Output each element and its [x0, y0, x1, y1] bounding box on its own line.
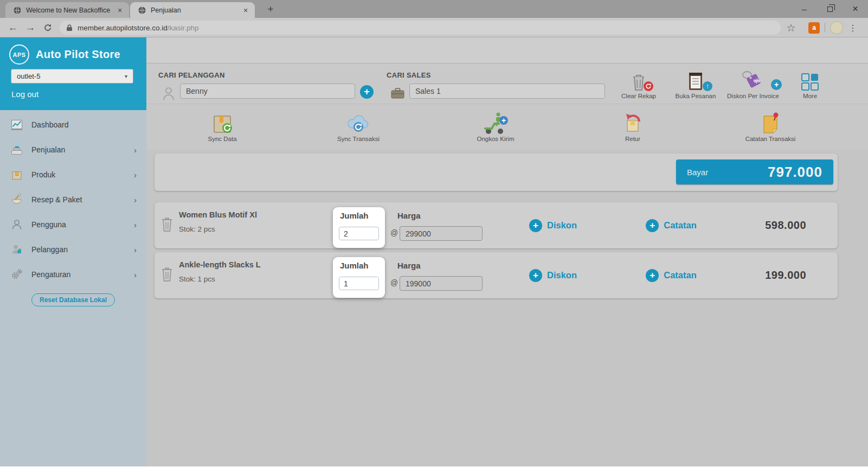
delete-item-button[interactable]	[161, 216, 173, 235]
extension-icon[interactable]: a	[808, 22, 820, 34]
profile-avatar[interactable]	[830, 21, 843, 34]
buka-pesanan-button[interactable]: ↑ Buka Pesanan	[666, 68, 725, 99]
harga-label: Harga	[397, 211, 421, 220]
window-close-button[interactable]: ×	[843, 0, 868, 18]
address-bar[interactable]: member.autopilotstore.co.id/kasir.php	[60, 21, 781, 35]
sidebar-item-pelanggan[interactable]: Pelanggan ›	[0, 237, 146, 262]
cari-sales-input[interactable]	[409, 84, 605, 99]
bayar-label: Bayar	[687, 168, 708, 177]
chevron-right-icon: ›	[134, 195, 137, 204]
harga-input[interactable]	[400, 226, 483, 241]
ongkos-kirim-button[interactable]: + Ongkos Kirim	[452, 110, 539, 142]
sidebar: APS Auto Pilot Store outlet-5 ▾ Log out …	[0, 37, 146, 466]
diskon-label: Diskon	[547, 220, 577, 231]
outlet-select-value: outlet-5	[17, 72, 40, 80]
jumlah-label: Jumlah	[340, 261, 369, 270]
browser-tab-penjualan[interactable]: Penjualan ×	[130, 2, 255, 18]
browser-menu-kebab-icon[interactable]: ⋮	[845, 20, 860, 35]
catatan-transaksi-button[interactable]: Catatan Transaksi	[727, 110, 814, 142]
sync-label: Sync Transaksi	[315, 136, 402, 142]
window-minimize-button[interactable]: –	[792, 0, 817, 18]
sidebar-item-resep-paket[interactable]: Resep & Paket ›	[0, 187, 146, 212]
diskon-button[interactable]: + Diskon	[512, 202, 594, 248]
line-subtotal: 598.000	[765, 202, 806, 248]
sync-data-button[interactable]: Sync Data	[179, 110, 266, 142]
diskon-per-invoice-button[interactable]: % + Diskon Per Invoice	[723, 68, 783, 99]
browser-tab-backoffice[interactable]: Welcome to New Backoffice ×	[5, 2, 129, 18]
at-symbol: @	[390, 278, 398, 287]
new-tab-button[interactable]: +	[263, 3, 278, 16]
browser-toolbar: ← → member.autopilotstore.co.id/kasir.ph…	[0, 18, 868, 37]
catatan-button[interactable]: + Catatan	[631, 202, 712, 248]
url-path: /kasir.php	[168, 24, 199, 32]
aps-logo: APS	[9, 44, 29, 65]
outlet-select[interactable]: outlet-5 ▾	[11, 69, 133, 84]
sidebar-item-label: Pelanggan	[31, 245, 68, 254]
product-stock: Stok: 2 pcs	[179, 225, 215, 233]
sidebar-item-produk[interactable]: Produk ›	[0, 162, 146, 187]
plus-circle-icon: +	[646, 269, 659, 282]
reload-icon	[43, 23, 52, 32]
gear-icon	[9, 267, 25, 282]
jumlah-input[interactable]	[339, 277, 379, 290]
tab-close-icon[interactable]: ×	[241, 5, 250, 15]
sync-transaksi-button[interactable]: Sync Transaksi	[315, 110, 402, 142]
plus-circle-icon: +	[529, 219, 542, 232]
plus-circle-icon: +	[646, 219, 659, 232]
diskon-button[interactable]: + Diskon	[512, 252, 594, 298]
cari-pelanggan-input[interactable]	[180, 84, 355, 99]
sidebar-item-pengguna[interactable]: Pengguna ›	[0, 212, 146, 237]
sidebar-item-label: Dashboard	[31, 120, 69, 129]
action-label: Buka Pesanan	[666, 93, 725, 99]
logout-link[interactable]: Log out	[11, 89, 38, 99]
browser-titlebar: Welcome to New Backoffice × Penjualan × …	[0, 0, 868, 18]
back-button[interactable]: ←	[5, 20, 21, 35]
return-box-icon	[622, 112, 644, 135]
action-label: More	[780, 93, 840, 99]
delete-item-button[interactable]	[161, 266, 173, 285]
dropdown-arrow-icon: ▾	[125, 73, 127, 79]
globe-favicon	[13, 6, 22, 15]
sidebar-item-dashboard[interactable]: Dashboard	[0, 112, 146, 137]
chevron-right-icon: ›	[134, 170, 137, 180]
sidebar-header: APS Auto Pilot Store outlet-5 ▾ Log out	[0, 37, 146, 110]
catatan-button[interactable]: + Catatan	[631, 252, 712, 298]
reload-button[interactable]	[40, 20, 55, 35]
forward-button[interactable]: →	[23, 20, 38, 35]
at-symbol: @	[390, 228, 398, 237]
sidebar-item-label: Resep & Paket	[31, 195, 82, 204]
sidebar-item-pengaturan[interactable]: Pengaturan ›	[0, 262, 146, 287]
bayar-button[interactable]: Bayar 797.000	[676, 159, 833, 184]
main-area: CARI PELANGGAN + CARI SALES Clear	[146, 37, 868, 466]
action-label: Diskon Per Invoice	[723, 93, 783, 99]
chevron-right-icon: ›	[134, 245, 137, 254]
order-notepad-icon	[687, 72, 704, 91]
user-icon	[9, 217, 25, 232]
briefcase-icon	[390, 87, 405, 102]
harga-label: Harga	[397, 261, 421, 270]
restore-icon	[827, 7, 833, 12]
chevron-right-icon: ›	[134, 145, 137, 155]
sidebar-item-label: Produk	[31, 170, 55, 179]
tab-close-icon[interactable]: ×	[115, 5, 125, 15]
cari-sales-label: CARI SALES	[387, 71, 431, 79]
tab-title: Penjualan	[151, 7, 241, 14]
bookmark-star-icon[interactable]: ☆	[783, 20, 799, 35]
sync-label: Catatan Transaksi	[727, 136, 814, 142]
reset-database-button[interactable]: Reset Database Lokal	[31, 293, 115, 306]
more-button[interactable]: More	[780, 68, 840, 99]
clear-rekap-button[interactable]: Clear Rekap	[609, 68, 668, 99]
sync-label: Retur	[589, 136, 676, 142]
more-grid-icon	[801, 73, 819, 91]
dashboard-chart-icon	[9, 118, 25, 132]
payment-panel: Bayar 797.000	[155, 153, 838, 191]
jumlah-input[interactable]	[339, 227, 379, 240]
harga-input[interactable]	[400, 276, 483, 291]
lock-icon	[66, 24, 73, 31]
app-header-strip	[146, 37, 868, 63]
retur-button[interactable]: Retur	[589, 110, 676, 142]
window-restore-button[interactable]	[817, 0, 843, 18]
sidebar-item-penjualan[interactable]: Penjualan ›	[0, 137, 146, 162]
note-pin-icon	[761, 112, 780, 135]
add-customer-button[interactable]: +	[360, 85, 374, 99]
